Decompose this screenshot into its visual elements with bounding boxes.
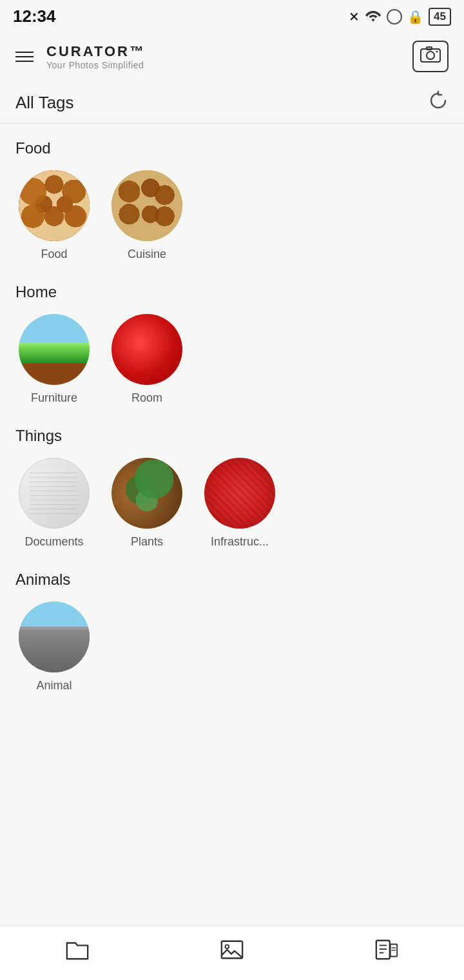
tag-plants[interactable]: Plants [108, 458, 186, 549]
tag-room[interactable]: Room [108, 314, 186, 405]
tag-food[interactable]: Food [15, 170, 93, 261]
room-label: Room [131, 391, 162, 405]
documents-circle [19, 458, 90, 529]
category-title-food: Food [15, 139, 449, 157]
cuisine-circle [111, 170, 182, 241]
main-content: Food Food Cuisine Home Furniture Room [0, 124, 464, 980]
wifi-icon [365, 8, 382, 25]
all-tags-title: All Tags [15, 93, 74, 113]
app-subtitle: Your Photos Simplified [46, 60, 146, 70]
plants-circle [111, 458, 182, 529]
hamburger-menu[interactable] [15, 52, 34, 62]
documents-label: Documents [24, 535, 83, 549]
things-tags-row: Documents Plants Infrastruc... [15, 458, 449, 549]
furniture-label: Furniture [31, 391, 77, 405]
plants-label: Plants [131, 535, 163, 549]
category-section-things: Things Documents Plants Infrastruc... [0, 411, 464, 555]
tag-animal[interactable]: Animal [15, 602, 93, 692]
tag-documents[interactable]: Documents [15, 458, 93, 549]
refresh-button[interactable] [428, 90, 449, 115]
status-time: 12:34 [13, 6, 56, 26]
svg-point-1 [427, 52, 434, 59]
food-label: Food [41, 248, 67, 261]
cuisine-label: Cuisine [128, 248, 166, 261]
infrastructure-label: Infrastruc... [211, 535, 269, 549]
home-tags-row: Furniture Room [15, 314, 449, 405]
header-left: CURATOR™ Your Photos Simplified [15, 43, 146, 70]
category-title-things: Things [15, 427, 449, 445]
category-section-home: Home Furniture Room [0, 268, 464, 411]
animal-circle [19, 602, 90, 672]
x-icon: ✕ [349, 9, 360, 24]
svg-point-5 [226, 945, 229, 948]
svg-point-3 [436, 51, 438, 53]
camera-button[interactable] [412, 41, 449, 72]
app-name: CURATOR™ [46, 43, 146, 60]
nav-photos[interactable] [220, 937, 244, 962]
room-circle [111, 314, 182, 385]
food-tags-row: Food Cuisine [15, 170, 449, 261]
bottom-nav [0, 925, 464, 980]
animal-label: Animal [36, 679, 72, 692]
all-tags-header: All Tags [0, 83, 464, 123]
furniture-circle [19, 314, 90, 385]
app-title-group: CURATOR™ Your Photos Simplified [46, 43, 146, 70]
app-header: CURATOR™ Your Photos Simplified [0, 30, 464, 83]
status-icons: ✕ 🔒 45 [349, 8, 451, 26]
nav-tags[interactable] [374, 937, 399, 962]
category-section-food: Food Food Cuisine [0, 124, 464, 268]
battery-icon: 45 [429, 8, 451, 26]
circle-icon [387, 9, 402, 24]
tag-infrastructure[interactable]: Infrastruc... [201, 458, 278, 549]
food-circle [19, 170, 90, 241]
lock-icon: 🔒 [407, 9, 423, 24]
infrastructure-circle [204, 458, 275, 529]
category-title-home: Home [15, 283, 449, 301]
tag-cuisine[interactable]: Cuisine [108, 170, 186, 261]
tag-furniture[interactable]: Furniture [15, 314, 93, 405]
animals-tags-row: Animal [15, 602, 449, 692]
category-section-animals: Animals Animal [0, 555, 464, 699]
nav-folders[interactable] [65, 937, 90, 962]
status-bar: 12:34 ✕ 🔒 45 [0, 0, 464, 30]
category-title-animals: Animals [15, 571, 449, 589]
